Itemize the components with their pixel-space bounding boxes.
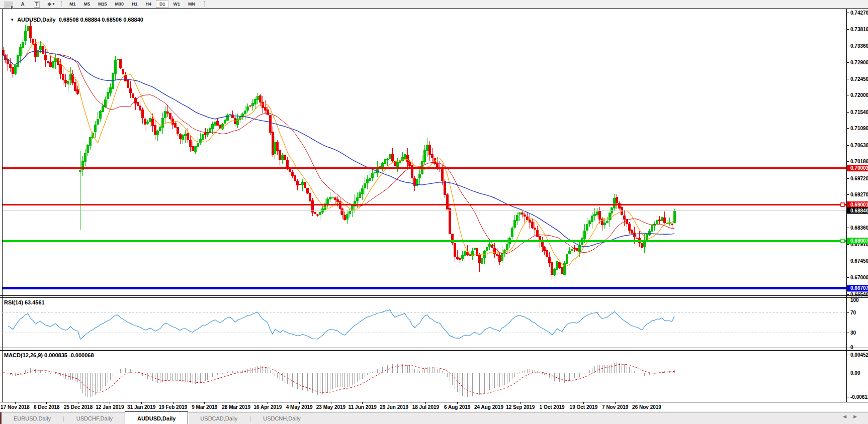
shapes-dropdown-icon[interactable]: ▾ — [53, 2, 55, 6]
rsi-tick-label: 100 — [850, 297, 859, 303]
price-tick-label: 0.72450 — [850, 76, 868, 82]
tab-usdchf[interactable]: USDCHF,Daily — [64, 412, 125, 424]
date-label: 26 Nov 2019 — [632, 404, 661, 410]
chart-tabbar-wrap: EURUSD,Daily|USDCHF,DailyAUDUSD,DailyUSD… — [0, 411, 868, 424]
price-tick-label: 0.67000 — [850, 275, 868, 280]
date-label: 9 Mar 2019 — [192, 404, 218, 410]
date-label: 17 Nov 2018 — [1, 404, 30, 410]
date-label: 16 Apr 2019 — [254, 404, 282, 410]
price-tick-label: 0.66540 — [850, 292, 868, 297]
timeframe-button-h4[interactable]: H4 — [142, 1, 155, 8]
date-label: 11 Jun 2019 — [349, 404, 377, 410]
date-label: 7 Nov 2019 — [602, 404, 629, 410]
collapse-chart-icon[interactable]: ▼ — [10, 18, 14, 22]
timeframe-button-m15[interactable]: M15 — [95, 1, 111, 8]
date-label: 29 Jun 2019 — [380, 404, 408, 410]
tab-eurusd[interactable]: EURUSD,Daily — [2, 412, 63, 424]
ohlc-open: 0.68508 — [59, 17, 79, 23]
toolbar-separator — [204, 1, 205, 7]
timeframe-button-d1[interactable]: D1 — [156, 1, 169, 8]
date-label: 1 Oct 2019 — [540, 404, 565, 410]
date-label: 25 Dec 2018 — [64, 404, 93, 410]
timeframe-button-h1[interactable]: H1 — [128, 1, 141, 8]
template-profile-icon[interactable]: F — [3, 1, 14, 8]
top-toolbar: F A T ❖ ▾ M1M5M15M30H1H4D1W1MN — [0, 0, 868, 9]
chart-window: 0.742700.738100.733600.729000.724500.720… — [0, 9, 868, 411]
axis-box-0.69001-label: 0.69001 — [850, 202, 868, 207]
macd-indicator-label: MACD(12,26,9) 0.000835 -0.000068 — [4, 352, 94, 358]
date-label: 4 May 2019 — [286, 404, 313, 410]
ohlc-close: 0.68840 — [123, 17, 143, 23]
tab-scroll-left-icon[interactable]: ◀ — [843, 414, 853, 419]
timeframe-button-group: M1M5M15M30H1H4D1W1MN — [65, 1, 199, 8]
price-tick-label: 0.70180 — [850, 159, 868, 164]
date-label: 23 May 2019 — [316, 404, 346, 410]
axis-box-0.68007-label: 0.68007 — [850, 238, 868, 244]
price-tick-label: 0.73810 — [850, 27, 868, 32]
axis-box-0.70003-label: 0.70003 — [850, 165, 868, 171]
tab-audusd[interactable]: AUDUSD,Daily — [125, 411, 188, 424]
date-label: 28 Mar 2019 — [222, 404, 250, 410]
chart-tabbar: EURUSD,Daily|USDCHF,DailyAUDUSD,DailyUSD… — [0, 412, 868, 424]
tab-scrollers: ◀▶ — [843, 414, 864, 419]
price-tick-label: 0.71090 — [850, 126, 868, 131]
price-tick-label: 0.74270 — [850, 10, 868, 16]
cursor-tool-icon[interactable]: A — [17, 1, 28, 8]
date-label: 12 Jan 2019 — [96, 404, 124, 410]
price-tick-label: 0.70630 — [850, 143, 868, 148]
chart-title: ▼AUDUSD,Daily 0.68508 0.68884 0.68506 0.… — [4, 11, 143, 29]
shapes-tool-icon[interactable]: ❖ ▾ — [45, 1, 56, 8]
date-label: 31 Jan 2019 — [127, 404, 156, 410]
macd-tick-label: 0.004528 — [850, 352, 868, 358]
date-label: 19 Feb 2019 — [159, 404, 188, 410]
ohlc-high: 0.68884 — [80, 17, 101, 23]
rsi-tick-label: 0 — [850, 345, 853, 350]
timeframe-button-m5[interactable]: M5 — [80, 1, 94, 8]
date-label: 12 Sep 2019 — [506, 404, 535, 410]
price-tick-label: 0.68360 — [850, 225, 868, 231]
text-tool-icon[interactable]: T — [31, 1, 42, 8]
price-tick-label: 0.67450 — [850, 258, 868, 264]
ohlc-low: 0.68506 — [102, 17, 122, 23]
rsi-tick-label: 30 — [850, 330, 856, 336]
price-tick-label: 0.71540 — [850, 110, 868, 115]
date-label: 24 Aug 2019 — [474, 404, 503, 410]
macd-tick-label: 0.00 — [850, 370, 860, 376]
axis-box-current-price-label: 0.68840 — [850, 208, 868, 214]
tab-usdcad[interactable]: USDCAD,Daily — [188, 412, 249, 424]
chart-plot-area[interactable] — [2, 9, 846, 295]
price-tick-label: 0.72000 — [850, 92, 868, 98]
tab-usdcnh[interactable]: USDCNH,Daily — [251, 412, 313, 424]
date-label: 6 Aug 2019 — [444, 404, 471, 410]
rsi-indicator-label: RSI(14) 63.4561 — [4, 299, 45, 305]
toolbar-separator — [61, 1, 62, 7]
timeframe-button-m30[interactable]: M30 — [112, 1, 128, 8]
date-label: 18 Jul 2019 — [412, 404, 440, 410]
timeframe-button-w1[interactable]: W1 — [170, 1, 184, 8]
chart-canvas[interactable]: 0.742700.738100.733600.729000.724500.720… — [0, 9, 868, 411]
price-tick-label: 0.69270 — [850, 192, 868, 197]
tab-scroll-right-icon[interactable]: ▶ — [853, 414, 864, 419]
date-label: 6 Dec 2018 — [34, 404, 60, 410]
rsi-tick-label: 70 — [850, 310, 856, 315]
chart-symbol-label: AUDUSD,Daily — [17, 17, 55, 23]
price-tick-label: 0.69720 — [850, 176, 868, 181]
timeframe-button-mn[interactable]: MN — [185, 1, 199, 8]
price-tick-label: 0.72900 — [850, 60, 868, 65]
price-tick-label: 0.73360 — [850, 43, 868, 49]
date-label: 19 Oct 2019 — [570, 404, 598, 410]
macd-tick-label: -0.006122 — [850, 394, 868, 400]
axis-box-0.66707-label: 0.66707 — [850, 285, 868, 291]
timeframe-button-m1[interactable]: M1 — [66, 1, 79, 8]
